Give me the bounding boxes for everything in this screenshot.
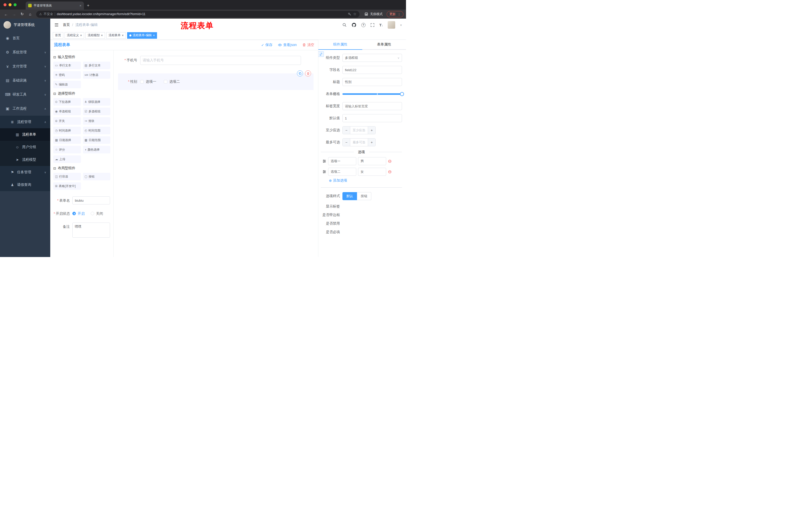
palette-item-checkbox-group[interactable]: ☑多选框组 [83, 108, 111, 115]
palette-item-time-range[interactable]: ◴时间范围 [83, 127, 111, 134]
tab-close-icon[interactable]: × [79, 4, 81, 7]
palette-item-password[interactable]: ✳密码 [53, 71, 81, 79]
remove-option-icon[interactable]: ⊖ [388, 159, 392, 163]
home-icon[interactable]: ⌂ [27, 12, 34, 16]
selected-widget-gender[interactable]: *性别 选项一 选项二 [118, 74, 314, 90]
security-label[interactable]: 不安全 [44, 12, 53, 16]
option-value-input[interactable] [358, 157, 386, 165]
slider-handle[interactable] [400, 92, 404, 96]
palette-item-time-picker[interactable]: ◷时间选择 [53, 127, 81, 134]
tag-process-form-edit[interactable]: 流程表单-编辑 × [127, 32, 157, 39]
bookmark-star-icon[interactable]: ☆ [353, 12, 356, 16]
palette-item-upload[interactable]: ☁上传 [53, 155, 81, 163]
back-icon[interactable]: ← [2, 12, 9, 16]
palette-item-color-picker[interactable]: ◑颜色选择 [83, 146, 111, 154]
sidebar-item-payment[interactable]: ¥ 支付管理 ∨ [0, 59, 50, 74]
increase-button[interactable]: + [368, 139, 375, 146]
key-icon[interactable] [348, 12, 351, 16]
sidebar-item-process-form[interactable]: ▥ 流程表单 [0, 128, 50, 141]
window-zoom-button[interactable] [13, 3, 17, 6]
status-on-radio[interactable]: 开启 [72, 210, 85, 218]
new-tab-button[interactable]: + [84, 3, 92, 9]
address-bar[interactable]: ⚠ 不安全 dashboard.yudao.iocoder.cn/bpm/man… [36, 11, 359, 18]
palette-item-textarea[interactable]: ▤多行文本 [83, 62, 111, 69]
tag-process-model[interactable]: 流程模型 × [85, 32, 105, 39]
sidebar-item-workflow[interactable]: ▣ 工作流程 ∧ [0, 102, 50, 116]
search-icon[interactable] [342, 23, 347, 27]
close-icon[interactable]: × [122, 34, 124, 37]
style-default-button[interactable]: 默认 [343, 192, 357, 200]
form-remark-textarea[interactable]: 嘿嘿 [72, 222, 110, 238]
increase-button[interactable]: + [368, 127, 375, 134]
delete-widget-button[interactable] [305, 71, 311, 77]
window-controls[interactable] [0, 3, 20, 6]
view-json-button[interactable]: 查看json [278, 43, 297, 47]
clear-button[interactable]: 清空 [302, 43, 314, 47]
tab-form-props[interactable]: 表单属性 [362, 40, 406, 49]
option-value-input[interactable] [358, 168, 386, 176]
palette-item-button[interactable]: ▢按钮 [83, 173, 111, 180]
sidebar-item-system[interactable]: ⚙ 系统管理 ∨ [0, 45, 50, 59]
url-text[interactable]: dashboard.yudao.iocoder.cn/bpm/manager/f… [57, 12, 346, 16]
tag-process-form[interactable]: 流程表单 × [106, 32, 126, 39]
palette-item-switch[interactable]: ⊜开关 [53, 117, 81, 125]
palette-item-rate[interactable]: ☆评分 [53, 146, 81, 154]
palette-item-slider[interactable]: ⊸滑块 [83, 117, 111, 125]
decrease-button[interactable]: − [343, 139, 350, 146]
sidebar-item-devtools[interactable]: ⌨ 研发工具 ∨ [0, 87, 50, 102]
field-name-input[interactable] [343, 66, 402, 74]
palette-item-date-range[interactable]: ▩日期范围 [83, 136, 111, 144]
sidebar-fold-icon[interactable] [54, 23, 59, 27]
window-close-button[interactable] [3, 3, 6, 6]
browser-update-button[interactable]: 更新 ⋮ [387, 11, 404, 17]
phone-input[interactable]: 请输入手机号 [140, 56, 301, 65]
fullscreen-icon[interactable] [370, 23, 375, 27]
remove-option-icon[interactable]: ⊖ [388, 169, 392, 174]
sidebar-item-task-mgmt[interactable]: ⚑ 任务管理 ∨ [0, 166, 50, 179]
forward-icon[interactable]: → [10, 12, 18, 16]
close-icon[interactable]: × [101, 34, 103, 37]
copy-widget-button[interactable] [297, 71, 303, 77]
window-minimize-button[interactable] [8, 3, 11, 6]
gender-option2-checkbox[interactable]: 选项二 [164, 79, 180, 84]
palette-item-select[interactable]: ⊙下拉选择 [53, 98, 81, 106]
checkbox-box[interactable] [140, 80, 144, 83]
avatar-caret-icon[interactable]: ∨ [400, 23, 402, 27]
status-off-radio[interactable]: 关闭 [91, 210, 103, 218]
form-name-input[interactable] [72, 196, 110, 205]
drag-handle-icon[interactable] [322, 170, 326, 174]
close-icon[interactable]: × [153, 34, 155, 37]
sidebar-item-process-mgmt[interactable]: ≣ 流程管理 ∧ [0, 116, 50, 128]
palette-item-single-line-text[interactable]: ▭单行文本 [53, 62, 81, 69]
gender-option1-checkbox[interactable]: 选项一 [140, 79, 156, 84]
user-avatar[interactable] [388, 21, 395, 29]
sidebar-item-infrastructure[interactable]: ▤ 基础设施 ∨ [0, 74, 50, 87]
style-button-button[interactable]: 按钮 [357, 192, 371, 200]
reload-icon[interactable]: ↻ [19, 12, 26, 16]
checkbox-box[interactable] [164, 80, 167, 83]
sidebar-item-process-model[interactable]: ➤ 流程模型 [0, 154, 50, 166]
min-select-input[interactable]: 至少应选 [350, 127, 368, 134]
breadcrumb-home[interactable]: 首页 [63, 23, 70, 27]
tag-process-definition[interactable]: 流程定义 × [64, 32, 84, 39]
max-select-input[interactable]: 最多可选 [350, 139, 368, 146]
help-icon[interactable]: ? [361, 23, 366, 27]
default-value-input[interactable] [343, 114, 402, 122]
palette-item-table[interactable]: ⊞表格[开发中] [53, 182, 81, 190]
title-input[interactable] [343, 78, 402, 86]
github-icon[interactable] [351, 22, 356, 27]
palette-item-radio-group[interactable]: ◉单选框组 [53, 108, 81, 115]
update-label[interactable]: 更新 [389, 12, 396, 16]
tab-component-props[interactable]: 组件属性 [318, 40, 362, 49]
sidebar-item-user-group[interactable]: ☺ 用户分组 [0, 141, 50, 154]
option-label-input[interactable] [328, 157, 356, 165]
sidebar-item-home[interactable]: ◉ 首页 [0, 31, 50, 45]
drag-handle-icon[interactable] [322, 159, 326, 163]
component-type-select[interactable]: 多选框组 ∨ [343, 54, 402, 62]
add-option-button[interactable]: ⊕ 添加选项 [321, 178, 402, 183]
option-label-input[interactable] [328, 168, 356, 176]
save-button[interactable]: ✓ 保存 [261, 43, 272, 47]
palette-item-editor[interactable]: ✎编辑器 [53, 81, 81, 88]
label-width-input[interactable] [343, 102, 402, 110]
tag-home[interactable]: 首页 [53, 32, 63, 39]
